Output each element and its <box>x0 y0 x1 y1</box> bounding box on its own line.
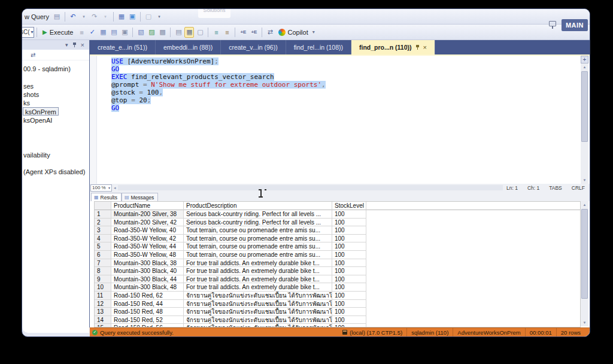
cell[interactable]: Tout terrain, course ou promenade entre … <box>184 251 332 259</box>
row-number-cell[interactable]: 1 <box>95 210 111 219</box>
cell[interactable]: Mountain-200 Silver, 42 <box>111 219 184 227</box>
tab-4[interactable]: find_rel...in (108)) <box>286 40 351 54</box>
cell[interactable]: Mountain-300 Black, 40 <box>111 267 184 275</box>
table-row[interactable]: 12Road-150 Red, 44จักรยานคู่ใจของนักแข่ง… <box>95 300 580 308</box>
tree-item[interactable]: ksOpenAI <box>23 116 52 125</box>
scroll-up-icon[interactable]: ▲ <box>581 201 588 208</box>
row-number-cell[interactable]: 6 <box>95 251 111 259</box>
cell[interactable]: Road-150 Red, 44 <box>111 300 184 308</box>
cell[interactable]: 100 <box>332 308 366 316</box>
cell[interactable]: 100 <box>332 235 366 243</box>
table-row[interactable]: 5Road-350-W Yellow, 44Tout terrain, cour… <box>95 242 580 251</box>
row-number-cell[interactable]: 2 <box>95 219 111 227</box>
close-icon[interactable]: × <box>81 41 84 48</box>
database-dropdown[interactable]: sC(▾ <box>22 27 34 38</box>
scrollbar-thumb[interactable] <box>581 209 588 299</box>
row-number-cell[interactable]: 11 <box>95 292 111 300</box>
cell[interactable]: จักรยานคู่ใจของนักแข่งระดับแชมเปี้ยน ได้… <box>184 300 332 308</box>
cell[interactable]: 100 <box>332 283 366 292</box>
cell[interactable]: Road-350-W Yellow, 40 <box>111 226 184 235</box>
scroll-up-icon[interactable]: ▲ <box>581 63 588 71</box>
table-row[interactable]: 1Mountain-200 Silver, 38Serious back-cou… <box>95 210 580 219</box>
tree-item[interactable]: ses <box>23 82 34 90</box>
execute-button[interactable]: ▶ Execute <box>40 28 76 37</box>
tab-messages[interactable]: ▤ Messages <box>122 193 158 201</box>
cell[interactable]: 100 <box>332 242 366 251</box>
row-number-cell[interactable]: 13 <box>95 308 111 316</box>
scroll-down-icon[interactable]: ▼ <box>581 319 588 326</box>
table-row[interactable]: 10Mountain-300 Black, 48For true trail a… <box>95 283 580 292</box>
cell[interactable]: 100 <box>332 251 366 259</box>
cell[interactable]: Road-150 Red, 62 <box>111 292 184 300</box>
row-number-header[interactable] <box>95 202 111 210</box>
cell[interactable]: Tout terrain, course ou promenade entre … <box>184 242 332 251</box>
editor-zoom-dropdown[interactable]: 100 %▾ <box>90 184 112 192</box>
splitter-button[interactable]: + <box>581 56 588 63</box>
table-row[interactable]: 3Road-350-W Yellow, 40Tout terrain, cour… <box>95 226 580 235</box>
results-text-icon[interactable]: ▤ <box>174 27 183 38</box>
disabled-icon[interactable]: ▢ <box>144 11 153 22</box>
cell[interactable]: 100 <box>332 316 366 324</box>
cell[interactable]: Road-150 Red, 48 <box>111 308 184 316</box>
connect-icon[interactable]: ⇄ <box>31 51 35 58</box>
specify-values-icon[interactable]: ▧ <box>136 27 145 38</box>
cell[interactable]: Road-350-W Yellow, 42 <box>111 235 184 243</box>
cell[interactable]: Road-350-W Yellow, 44 <box>111 242 184 251</box>
tab-2[interactable]: embeddi...in (88)) <box>156 40 221 54</box>
close-icon[interactable]: × <box>423 44 427 51</box>
column-header[interactable]: StockLevel <box>332 202 366 210</box>
analyze-icon[interactable]: ▦ <box>98 27 108 38</box>
sql-editor[interactable]: USE [AdventureWorksOnPrem];GOEXEC find_r… <box>90 56 590 184</box>
tree-item[interactable]: ksOnPrem <box>23 107 59 116</box>
cell[interactable]: 100 <box>332 300 366 308</box>
pin-icon[interactable] <box>72 43 77 48</box>
query-shortcut-icon[interactable]: ▤ <box>52 11 62 22</box>
cell[interactable]: 100 <box>332 275 366 284</box>
redo-caret-icon[interactable]: ▾ <box>101 11 110 22</box>
indent-decrease-icon[interactable]: +E <box>249 27 259 38</box>
cell[interactable]: 100 <box>332 267 366 275</box>
cell[interactable]: For true trail addicts. An extremely dur… <box>184 275 332 284</box>
copilot-button[interactable]: Copilot <box>287 29 308 36</box>
table-row[interactable]: 2Mountain-200 Silver, 42Serious back-cou… <box>95 219 580 227</box>
pin-icon[interactable] <box>415 45 420 50</box>
results-grid-icon[interactable]: ▦ <box>184 27 194 38</box>
editor-vertical-scrollbar[interactable]: + ▲ ▼ <box>581 56 588 184</box>
redo-icon[interactable]: ↷ <box>90 11 99 22</box>
cell[interactable]: จักรยานคู่ใจของนักแข่งระดับแชมเปี้ยน ได้… <box>184 308 332 316</box>
copilot-history-icon[interactable]: ⇄ <box>265 27 275 38</box>
tree-item[interactable]: (Agent XPs disabled) <box>23 168 85 176</box>
undo-icon[interactable]: ↶ <box>68 11 78 22</box>
editor-horizontal-scrollbar[interactable] <box>118 185 503 190</box>
cell[interactable]: 100 <box>332 259 366 268</box>
cell[interactable]: 100 <box>332 219 366 227</box>
cell[interactable]: Tout terrain, course ou promenade entre … <box>184 226 332 235</box>
column-header[interactable]: ProductName <box>111 202 184 210</box>
main-badge[interactable]: MAIN <box>562 19 588 31</box>
column-header[interactable]: ProductDescription <box>184 202 332 210</box>
row-number-cell[interactable]: 3 <box>95 226 111 235</box>
row-number-cell[interactable]: 8 <box>95 267 111 275</box>
cell[interactable]: Mountain-300 Black, 48 <box>111 283 184 292</box>
comments-icon[interactable]: ▣ <box>128 11 137 22</box>
row-number-cell[interactable]: 10 <box>95 283 111 292</box>
tree-item[interactable]: ks <box>23 99 30 107</box>
save-icon[interactable]: ▣ <box>120 27 129 38</box>
table-row[interactable]: 11Road-150 Red, 62จักรยานคู่ใจของนักแข่ง… <box>95 292 580 300</box>
uncomment-icon[interactable]: ≡ <box>222 27 232 38</box>
table-row[interactable]: 9Mountain-300 Black, 44For true trail ad… <box>95 275 580 284</box>
row-number-cell[interactable]: 12 <box>95 300 111 308</box>
cell[interactable]: For true trail addicts. An extremely dur… <box>184 283 332 292</box>
cell[interactable]: Tout terrain, course ou promenade entre … <box>184 235 332 243</box>
hscroll-left-icon[interactable]: ◂ <box>114 186 116 190</box>
stop-icon[interactable]: ■ <box>77 27 86 38</box>
tab-1[interactable]: create_e...in (51)) <box>90 40 156 54</box>
designer-icon[interactable]: ▩ <box>157 27 167 38</box>
query-options-icon[interactable]: ▨ <box>147 27 156 38</box>
table-row[interactable]: 8Mountain-300 Black, 40For true trail ad… <box>95 267 580 275</box>
cell[interactable]: 100 <box>332 210 366 219</box>
cell[interactable]: For true trail addicts. An extremely dur… <box>184 259 332 268</box>
results-file-icon[interactable]: ▢ <box>195 27 205 38</box>
undo-caret-icon[interactable]: ▾ <box>79 11 89 22</box>
table-row[interactable]: 6Road-350-W Yellow, 48Tout terrain, cour… <box>95 251 580 259</box>
